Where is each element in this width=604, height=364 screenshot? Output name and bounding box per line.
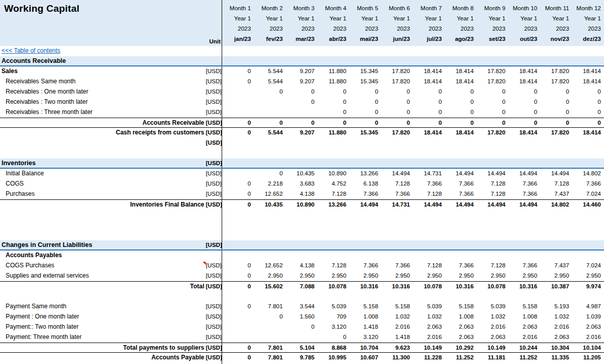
value-cell[interactable]: 7.024 — [572, 189, 604, 199]
value-cell[interactable] — [286, 332, 317, 343]
value-cell[interactable]: 14.494 — [445, 200, 477, 210]
value-cell[interactable]: 0 — [286, 97, 317, 107]
value-cell[interactable]: 1.032 — [413, 312, 445, 322]
value-cell[interactable] — [286, 107, 317, 118]
unit-cell[interactable]: [USD] — [206, 169, 222, 179]
unit-cell[interactable]: [USD] — [206, 312, 222, 322]
unit-cell[interactable]: [USD] — [206, 118, 222, 127]
value-cell[interactable]: 7.128 — [413, 261, 445, 271]
value-cell[interactable] — [222, 158, 254, 168]
value-cell[interactable] — [445, 291, 477, 302]
unit-cell[interactable]: [USD] — [206, 200, 222, 210]
value-cell[interactable]: 0 — [286, 87, 317, 97]
value-cell[interactable] — [572, 56, 604, 65]
value-cell[interactable]: 3.544 — [286, 302, 317, 312]
value-cell[interactable] — [254, 56, 286, 65]
value-cell[interactable]: 0 — [222, 343, 254, 352]
value-cell[interactable] — [254, 220, 286, 230]
value-cell[interactable] — [413, 291, 445, 302]
unit-cell[interactable]: [USD] — [206, 107, 222, 118]
unit-cell[interactable] — [206, 56, 222, 65]
value-cell[interactable]: 7.088 — [286, 282, 317, 291]
value-cell[interactable]: 10.078 — [318, 282, 350, 291]
value-cell[interactable]: 18.414 — [413, 66, 445, 77]
value-cell[interactable] — [254, 230, 286, 240]
value-cell[interactable]: 10.704 — [350, 343, 381, 352]
row-label-cell[interactable]: Payment:: Two month later — [0, 322, 206, 332]
value-cell[interactable]: 14.494 — [413, 200, 445, 210]
value-cell[interactable]: 9.623 — [381, 343, 413, 352]
value-cell[interactable]: 0 — [541, 118, 572, 127]
value-cell[interactable]: 2.218 — [254, 179, 286, 189]
value-cell[interactable]: 0 — [222, 282, 254, 291]
value-cell[interactable]: 7.366 — [413, 179, 445, 189]
value-cell[interactable]: 14.802 — [541, 200, 572, 210]
column-header[interactable]: Month 5Year 12023mai/23 — [350, 0, 381, 46]
value-cell[interactable]: 0 — [381, 87, 413, 97]
column-header[interactable]: Month 8Year 12023ago/23 — [445, 0, 477, 46]
value-cell[interactable] — [509, 210, 541, 220]
value-cell[interactable] — [509, 148, 541, 158]
value-cell[interactable]: 4.752 — [318, 179, 350, 189]
value-cell[interactable]: 7.128 — [477, 189, 508, 199]
value-cell[interactable] — [222, 251, 254, 261]
value-cell[interactable]: 15.602 — [254, 282, 286, 291]
row-label-cell[interactable]: Changes in Current Liabilities — [0, 240, 206, 249]
value-cell[interactable]: 0 — [509, 87, 541, 97]
value-cell[interactable] — [318, 158, 350, 168]
value-cell[interactable] — [381, 220, 413, 230]
value-cell[interactable] — [477, 210, 508, 220]
unit-cell[interactable]: [USD] — [206, 77, 222, 87]
value-cell[interactable]: 0 — [222, 271, 254, 281]
value-cell[interactable]: 18.414 — [413, 77, 445, 87]
value-cell[interactable]: 0 — [509, 97, 541, 107]
value-cell[interactable] — [509, 220, 541, 230]
row-label-cell[interactable] — [0, 210, 206, 220]
value-cell[interactable]: 2.950 — [381, 271, 413, 281]
value-cell[interactable]: 2.016 — [477, 322, 508, 332]
value-cell[interactable] — [286, 291, 317, 302]
value-cell[interactable]: 7.366 — [509, 179, 541, 189]
value-cell[interactable]: 5.104 — [286, 343, 317, 352]
value-cell[interactable]: 9.785 — [286, 353, 317, 364]
value-cell[interactable]: 11.205 — [572, 353, 604, 364]
value-cell[interactable]: 2.950 — [572, 271, 604, 281]
value-cell[interactable]: 10.244 — [509, 343, 541, 352]
unit-cell[interactable] — [206, 46, 222, 56]
value-cell[interactable]: 1.008 — [509, 312, 541, 322]
value-cell[interactable]: 0 — [254, 87, 286, 97]
value-cell[interactable]: 0 — [286, 118, 317, 127]
value-cell[interactable] — [350, 230, 381, 240]
value-cell[interactable] — [318, 56, 350, 65]
value-cell[interactable]: 18.414 — [509, 77, 541, 87]
value-cell[interactable] — [350, 220, 381, 230]
value-cell[interactable]: 5.544 — [254, 66, 286, 77]
value-cell[interactable] — [286, 46, 317, 56]
value-cell[interactable]: 10.435 — [254, 200, 286, 210]
value-cell[interactable]: 1.418 — [381, 332, 413, 343]
value-cell[interactable] — [254, 107, 286, 118]
row-label-cell[interactable] — [0, 220, 206, 230]
value-cell[interactable]: 15.345 — [350, 128, 381, 138]
value-cell[interactable]: 0 — [318, 332, 350, 343]
value-cell[interactable]: 0 — [477, 118, 508, 127]
row-label-cell[interactable]: Payment Same month — [0, 302, 206, 312]
value-cell[interactable]: 2.950 — [286, 271, 317, 281]
value-cell[interactable] — [445, 230, 477, 240]
value-cell[interactable]: 0 — [413, 118, 445, 127]
value-cell[interactable]: 0 — [413, 97, 445, 107]
unit-cell[interactable] — [206, 220, 222, 230]
value-cell[interactable] — [572, 220, 604, 230]
value-cell[interactable]: 10.607 — [350, 353, 381, 364]
value-cell[interactable] — [445, 220, 477, 230]
value-cell[interactable]: 18.414 — [445, 66, 477, 77]
value-cell[interactable]: 7.437 — [541, 189, 572, 199]
value-cell[interactable]: 10.316 — [445, 282, 477, 291]
value-cell[interactable]: 7.366 — [445, 261, 477, 271]
value-cell[interactable]: 17.820 — [477, 128, 508, 138]
value-cell[interactable] — [222, 312, 254, 322]
column-header[interactable]: Month 1Year 12023jan/23 — [222, 0, 254, 46]
unit-cell[interactable]: [USD] — [206, 128, 222, 138]
value-cell[interactable] — [254, 138, 286, 148]
value-cell[interactable] — [222, 291, 254, 302]
